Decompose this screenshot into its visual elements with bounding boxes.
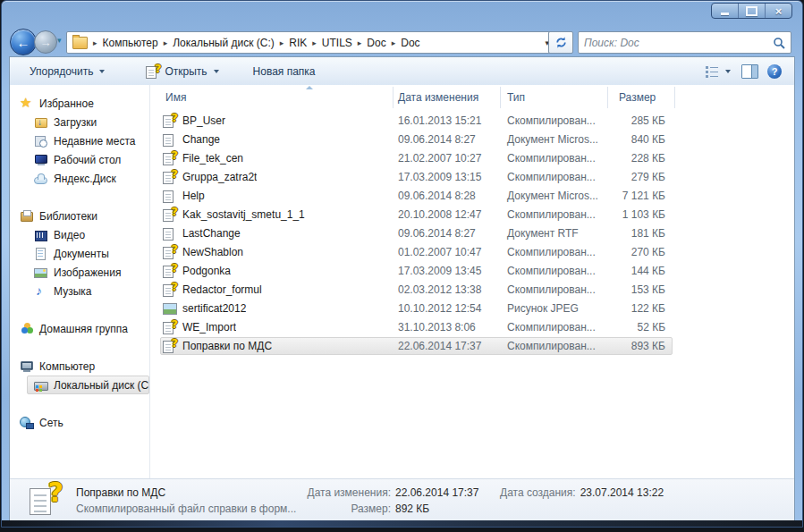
back-button[interactable]: ←: [10, 29, 37, 55]
file-type: Документ RTF: [507, 224, 579, 243]
sidebar-item-label: Рабочий стол: [54, 154, 121, 166]
computer-icon: [20, 359, 34, 374]
file-row[interactable]: Change 09.06.2014 8:27 Документ Micros..…: [150, 131, 794, 149]
help-icon[interactable]: ?: [767, 64, 782, 79]
breadcrumb-item[interactable]: Компьютер: [101, 37, 160, 49]
sidebar-item-pictures[interactable]: Изображения: [10, 263, 149, 282]
sidebar-item-yandex-disk[interactable]: Яндекс.Диск: [10, 169, 149, 188]
file-row[interactable]: BP_User 16.01.2013 15:21 Скомпилирован..…: [150, 112, 794, 131]
hard-disk-icon: [34, 378, 48, 393]
sidebar-item-downloads[interactable]: Загрузки: [10, 113, 149, 131]
sidebar-item-videos[interactable]: Видео: [10, 225, 149, 244]
navigation-pane: Избранное Загрузки Недавние места Рабочи…: [10, 85, 149, 479]
column-separator[interactable]: [674, 87, 675, 108]
file-row[interactable]: File_tek_cen 21.02.2007 10:27 Скомпилиро…: [150, 149, 794, 168]
sidebar-item-computer[interactable]: Компьютер: [10, 357, 149, 376]
minimize-button[interactable]: [712, 4, 739, 18]
sidebar-item-label: Яндекс.Диск: [54, 173, 116, 185]
file-size: 181 КБ: [574, 224, 665, 243]
sidebar-item-libraries[interactable]: Библиотеки: [10, 207, 149, 225]
breadcrumb-separator-icon[interactable]: ▸: [354, 38, 366, 47]
file-size: 840 КБ: [574, 131, 665, 149]
chm-file-icon: [163, 245, 177, 259]
file-row[interactable]: Gruppa_zatra2t 17.03.2009 13:15 Скомпили…: [150, 168, 794, 187]
column-separator[interactable]: [393, 87, 394, 108]
sidebar-item-music[interactable]: Музыка: [10, 282, 149, 300]
file-row[interactable]: Help 09.06.2014 8:28 Документ Micros... …: [150, 187, 794, 206]
file-name: WE_Import: [182, 318, 236, 337]
column-separator[interactable]: [607, 87, 608, 108]
breadcrumb-item[interactable]: UTILS: [320, 37, 354, 49]
sidebar-item-label: Избранное: [39, 97, 94, 110]
file-row[interactable]: WE_Import 31.10.2013 8:06 Скомпилирован.…: [150, 318, 794, 337]
nav-history-dropdown-icon[interactable]: ▾: [57, 36, 62, 45]
sidebar-group-computer: Компьютер Локальный диск (C: [10, 357, 149, 394]
file-row[interactable]: Kak_sostavitj_smetu_1_1 20.10.2008 12:47…: [150, 206, 794, 224]
file-row[interactable]: Поправки по МДС 22.06.2014 17:37 Скомпил…: [150, 337, 794, 356]
file-date-modified: 17.03.2009 13:15: [398, 168, 481, 187]
file-row[interactable]: Podgonka 17.03.2009 13:45 Скомпилирован.…: [150, 262, 794, 281]
breadcrumb: Компьютер▸Локальный диск (C:)▸RIK▸UTILS▸…: [101, 37, 422, 49]
sidebar-item-recent-places[interactable]: Недавние места: [10, 131, 149, 150]
file-date-modified: 09.06.2014 8:28: [398, 187, 476, 206]
breadcrumb-separator-icon[interactable]: ▸: [89, 38, 101, 47]
breadcrumb-item[interactable]: RIK: [287, 37, 309, 49]
file-size: 279 КБ: [574, 168, 665, 187]
close-button[interactable]: ×: [766, 4, 791, 18]
maximize-icon: [746, 6, 757, 16]
maximize-button[interactable]: [739, 4, 766, 18]
sidebar-item-desktop[interactable]: Рабочий стол: [10, 150, 149, 169]
file-row[interactable]: NewShablon 01.02.2007 10:47 Скомпилирова…: [150, 243, 794, 262]
column-separator[interactable]: [500, 87, 501, 108]
breadcrumb-item[interactable]: Doc: [399, 37, 421, 49]
sidebar-item-label: Сеть: [39, 417, 63, 429]
column-header-name[interactable]: Имя: [165, 91, 186, 104]
navigation-bar: ← → ▾ ▸ Компьютер▸Локальный диск (C:)▸RI…: [2, 28, 802, 56]
refresh-button[interactable]: [548, 31, 573, 54]
address-bar[interactable]: ▸ Компьютер▸Локальный диск (C:)▸RIK▸UTIL…: [66, 31, 556, 54]
sidebar-item-network[interactable]: Сеть: [10, 413, 149, 432]
new-folder-button[interactable]: Новая папка: [246, 62, 323, 81]
chm-file-icon: [163, 264, 177, 278]
back-icon: ←: [17, 35, 30, 50]
sidebar-item-label: Локальный диск (C: [54, 379, 148, 392]
search-input[interactable]: [579, 37, 773, 49]
taskbar-edge: [2, 520, 802, 527]
breadcrumb-item[interactable]: Локальный диск (C:): [171, 37, 276, 49]
chm-file-icon-large: [28, 482, 63, 518]
search-icon[interactable]: [773, 37, 785, 49]
sidebar-group-homegroup: Домашняя группа: [10, 319, 149, 338]
forward-icon: →: [40, 36, 52, 49]
file-name: Redactor_formul: [182, 281, 262, 300]
breadcrumb-item[interactable]: Doc: [365, 37, 387, 49]
breadcrumb-separator-icon[interactable]: ▸: [309, 38, 320, 47]
sidebar-item-favorites[interactable]: Избранное: [10, 94, 149, 113]
preview-pane-icon[interactable]: [741, 64, 758, 79]
open-button[interactable]: Открыть: [139, 61, 225, 82]
column-header-date[interactable]: Дата изменения: [398, 91, 478, 104]
forward-button[interactable]: →: [34, 30, 57, 54]
sidebar-item-homegroup[interactable]: Домашняя группа: [10, 319, 149, 338]
change-view-button[interactable]: [703, 62, 732, 80]
details-size-label: Размер:: [298, 502, 391, 515]
file-name: Поправки по МДС: [182, 337, 272, 356]
chm-file-icon: [163, 283, 177, 297]
details-modified-value: 22.06.2014 17:37: [395, 486, 478, 499]
column-header-type[interactable]: Тип: [507, 91, 525, 104]
organize-button[interactable]: Упорядочить: [22, 62, 112, 81]
views-dropdown-icon: [725, 70, 731, 73]
file-row[interactable]: LastChange 09.06.2014 8:27 Документ RTF …: [150, 224, 794, 243]
column-header-row: Имя Дата изменения Тип Размер: [150, 85, 794, 112]
sidebar-item-documents[interactable]: Документы: [10, 244, 149, 263]
file-row[interactable]: Redactor_formul 02.03.2012 13:38 Скомпил…: [150, 281, 794, 300]
file-row[interactable]: sertificat2012 10.10.2012 12:54 Рисунок …: [150, 300, 794, 318]
breadcrumb-separator-icon[interactable]: ▸: [276, 38, 288, 47]
music-icon: [34, 284, 48, 299]
breadcrumb-separator-icon[interactable]: ▸: [388, 38, 400, 47]
sidebar-item-local-disk-c[interactable]: Локальный диск (C: [27, 376, 149, 394]
chm-file-icon: [163, 207, 177, 222]
column-header-size[interactable]: Размер: [619, 91, 656, 104]
chm-file-icon: [163, 151, 177, 165]
caption-button-group: ×: [711, 3, 792, 19]
breadcrumb-separator-icon[interactable]: ▸: [160, 38, 172, 47]
